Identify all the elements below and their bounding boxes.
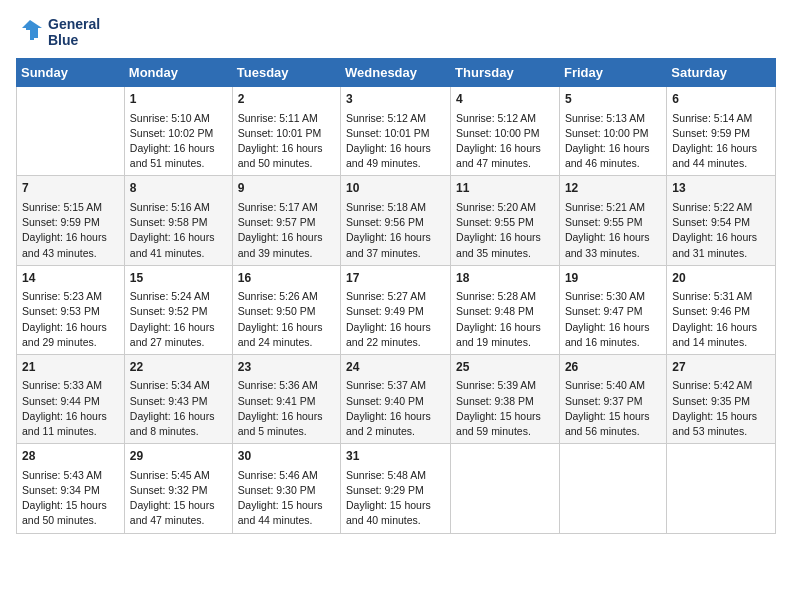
day-number: 26 [565, 359, 661, 376]
day-info: Sunset: 9:54 PM [672, 215, 770, 230]
col-header-monday: Monday [124, 59, 232, 87]
day-number: 18 [456, 270, 554, 287]
day-info: Daylight: 16 hours [130, 320, 227, 335]
day-info: Sunset: 9:49 PM [346, 304, 445, 319]
day-info: Daylight: 16 hours [456, 230, 554, 245]
day-number: 19 [565, 270, 661, 287]
day-info: Sunrise: 5:42 AM [672, 378, 770, 393]
day-info: and 37 minutes. [346, 246, 445, 261]
day-info: and 29 minutes. [22, 335, 119, 350]
day-info: and 44 minutes. [238, 513, 335, 528]
day-info: and 39 minutes. [238, 246, 335, 261]
day-number: 28 [22, 448, 119, 465]
calendar-cell: 27Sunrise: 5:42 AMSunset: 9:35 PMDayligh… [667, 354, 776, 443]
calendar-cell: 18Sunrise: 5:28 AMSunset: 9:48 PMDayligh… [451, 265, 560, 354]
calendar-cell: 11Sunrise: 5:20 AMSunset: 9:55 PMDayligh… [451, 176, 560, 265]
day-info: and 31 minutes. [672, 246, 770, 261]
day-info: Daylight: 16 hours [22, 320, 119, 335]
day-info: Sunrise: 5:36 AM [238, 378, 335, 393]
day-number: 22 [130, 359, 227, 376]
day-info: Daylight: 16 hours [565, 320, 661, 335]
day-info: Sunset: 9:37 PM [565, 394, 661, 409]
day-info: and 16 minutes. [565, 335, 661, 350]
day-info: and 40 minutes. [346, 513, 445, 528]
day-info: Sunset: 9:43 PM [130, 394, 227, 409]
logo-general: General [48, 16, 100, 32]
day-info: Sunset: 9:32 PM [130, 483, 227, 498]
day-info: Daylight: 15 hours [130, 498, 227, 513]
day-info: and 24 minutes. [238, 335, 335, 350]
day-info: and 35 minutes. [456, 246, 554, 261]
day-info: Sunset: 10:00 PM [456, 126, 554, 141]
day-number: 20 [672, 270, 770, 287]
day-info: Daylight: 16 hours [238, 320, 335, 335]
day-info: Sunset: 9:48 PM [456, 304, 554, 319]
page-header: General Blue [16, 16, 776, 48]
day-info: Daylight: 16 hours [346, 230, 445, 245]
day-info: Daylight: 16 hours [238, 409, 335, 424]
calendar-cell: 5Sunrise: 5:13 AMSunset: 10:00 PMDayligh… [559, 87, 666, 176]
day-info: Sunset: 9:55 PM [565, 215, 661, 230]
day-info: Sunset: 10:01 PM [346, 126, 445, 141]
day-info: Sunset: 9:46 PM [672, 304, 770, 319]
calendar-cell [559, 444, 666, 533]
day-info: and 53 minutes. [672, 424, 770, 439]
calendar-cell [17, 87, 125, 176]
logo-text: General Blue [48, 16, 100, 48]
day-info: Daylight: 15 hours [238, 498, 335, 513]
calendar-cell: 15Sunrise: 5:24 AMSunset: 9:52 PMDayligh… [124, 265, 232, 354]
day-info: Sunrise: 5:43 AM [22, 468, 119, 483]
day-info: Sunset: 9:57 PM [238, 215, 335, 230]
logo-blue: Blue [48, 32, 100, 48]
day-number: 17 [346, 270, 445, 287]
day-info: and 43 minutes. [22, 246, 119, 261]
calendar-cell: 24Sunrise: 5:37 AMSunset: 9:40 PMDayligh… [341, 354, 451, 443]
day-info: Sunset: 9:50 PM [238, 304, 335, 319]
day-number: 23 [238, 359, 335, 376]
day-info: Sunset: 9:38 PM [456, 394, 554, 409]
day-number: 14 [22, 270, 119, 287]
logo-container: General Blue [16, 16, 100, 48]
day-number: 3 [346, 91, 445, 108]
day-info: and 56 minutes. [565, 424, 661, 439]
day-info: Daylight: 16 hours [130, 409, 227, 424]
calendar-cell: 4Sunrise: 5:12 AMSunset: 10:00 PMDayligh… [451, 87, 560, 176]
day-info: Sunset: 9:29 PM [346, 483, 445, 498]
day-info: Sunset: 9:59 PM [672, 126, 770, 141]
calendar-cell: 17Sunrise: 5:27 AMSunset: 9:49 PMDayligh… [341, 265, 451, 354]
day-info: and 51 minutes. [130, 156, 227, 171]
day-info: Sunset: 10:01 PM [238, 126, 335, 141]
calendar-cell: 19Sunrise: 5:30 AMSunset: 9:47 PMDayligh… [559, 265, 666, 354]
day-info: Sunrise: 5:31 AM [672, 289, 770, 304]
calendar-cell: 12Sunrise: 5:21 AMSunset: 9:55 PMDayligh… [559, 176, 666, 265]
day-info: Daylight: 15 hours [565, 409, 661, 424]
col-header-saturday: Saturday [667, 59, 776, 87]
day-info: Sunset: 9:44 PM [22, 394, 119, 409]
day-info: Sunset: 9:47 PM [565, 304, 661, 319]
calendar-cell: 13Sunrise: 5:22 AMSunset: 9:54 PMDayligh… [667, 176, 776, 265]
calendar-cell: 31Sunrise: 5:48 AMSunset: 9:29 PMDayligh… [341, 444, 451, 533]
day-info: Daylight: 15 hours [456, 409, 554, 424]
day-info: Daylight: 15 hours [672, 409, 770, 424]
calendar-cell: 2Sunrise: 5:11 AMSunset: 10:01 PMDayligh… [232, 87, 340, 176]
day-info: Sunset: 9:52 PM [130, 304, 227, 319]
day-info: and 19 minutes. [456, 335, 554, 350]
day-info: and 44 minutes. [672, 156, 770, 171]
day-info: Daylight: 15 hours [22, 498, 119, 513]
day-info: Sunrise: 5:34 AM [130, 378, 227, 393]
day-info: Sunrise: 5:28 AM [456, 289, 554, 304]
day-info: Sunrise: 5:12 AM [346, 111, 445, 126]
day-info: Daylight: 15 hours [346, 498, 445, 513]
day-info: and 8 minutes. [130, 424, 227, 439]
day-info: and 33 minutes. [565, 246, 661, 261]
day-info: Sunrise: 5:10 AM [130, 111, 227, 126]
day-number: 13 [672, 180, 770, 197]
calendar-cell: 30Sunrise: 5:46 AMSunset: 9:30 PMDayligh… [232, 444, 340, 533]
day-info: and 14 minutes. [672, 335, 770, 350]
day-info: Sunrise: 5:40 AM [565, 378, 661, 393]
calendar-week-3: 14Sunrise: 5:23 AMSunset: 9:53 PMDayligh… [17, 265, 776, 354]
calendar-cell: 23Sunrise: 5:36 AMSunset: 9:41 PMDayligh… [232, 354, 340, 443]
day-info: Sunrise: 5:27 AM [346, 289, 445, 304]
day-info: Sunset: 9:35 PM [672, 394, 770, 409]
day-info: Sunrise: 5:30 AM [565, 289, 661, 304]
